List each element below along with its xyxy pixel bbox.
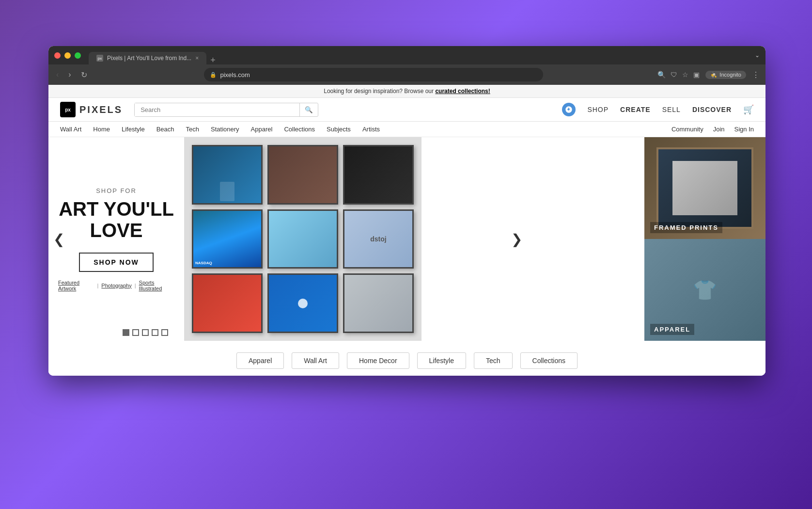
tags-section: Apparel Wall Art Home Decor Lifestyle Te… bbox=[48, 341, 765, 376]
hero-shop-for: SHOP FOR bbox=[96, 187, 137, 194]
search-input[interactable] bbox=[135, 103, 299, 116]
tag-collections[interactable]: Collections bbox=[520, 352, 578, 369]
forward-button[interactable]: › bbox=[66, 68, 73, 81]
carousel-dot-2[interactable] bbox=[132, 329, 139, 336]
art-frame-7[interactable] bbox=[192, 273, 263, 333]
logo-abbr: px bbox=[65, 107, 71, 112]
search-bar[interactable]: 🔍 bbox=[134, 103, 318, 117]
subnav-stationery[interactable]: Stationery bbox=[211, 126, 239, 133]
site-logo[interactable]: px PIXELS bbox=[60, 102, 123, 117]
tab-close-button[interactable]: × bbox=[195, 55, 199, 62]
subnav-apparel[interactable]: Apparel bbox=[251, 126, 273, 133]
browser-icons: 🔍 🛡 ☆ ▣ bbox=[657, 71, 700, 79]
carousel-prev-button[interactable]: ❮ bbox=[53, 231, 64, 247]
banner-link[interactable]: curated collections! bbox=[435, 88, 490, 95]
minimize-button[interactable] bbox=[64, 52, 71, 59]
incognito-label: Incognito bbox=[719, 72, 741, 78]
tag-home-decor[interactable]: Home Decor bbox=[347, 352, 409, 369]
sports-illustrated-link[interactable]: Sports Illustrated bbox=[139, 280, 174, 291]
carousel-dots bbox=[123, 329, 168, 336]
side-panels: FRAMED PRINTS 👕 APPAREL bbox=[644, 137, 765, 341]
nav-discover[interactable]: DISCOVER bbox=[692, 106, 732, 113]
incognito-badge: 🕵 Incognito bbox=[705, 71, 746, 79]
bell-icon bbox=[565, 106, 573, 113]
subnav-wall-art[interactable]: Wall Art bbox=[60, 126, 81, 133]
art-frame-4[interactable]: NASDAQ bbox=[192, 209, 263, 269]
subnav-home[interactable]: Home bbox=[93, 126, 110, 133]
art-frame-9[interactable] bbox=[343, 273, 414, 333]
shield-icon[interactable]: 🛡 bbox=[671, 71, 677, 79]
art-frame-6[interactable]: dstoj bbox=[343, 209, 414, 269]
hero-title-line1: ART YOU'LL bbox=[59, 198, 174, 220]
url-bar[interactable]: 🔒 pixels.com bbox=[204, 68, 543, 81]
close-button[interactable] bbox=[54, 52, 61, 59]
active-tab[interactable]: px Pixels | Art You'll Love from Ind... … bbox=[89, 52, 206, 64]
site-header: px PIXELS 🔍 SHOP CREATE SELL DISCOVER 🛒 bbox=[48, 98, 765, 122]
subnav-collections[interactable]: Collections bbox=[284, 126, 315, 133]
art-frame-3[interactable] bbox=[343, 145, 414, 205]
apparel-label: APPAREL bbox=[650, 324, 694, 335]
subnav-right: Community Join Sign In bbox=[671, 126, 754, 133]
back-button[interactable]: ‹ bbox=[54, 68, 61, 81]
top-banner: Looking for design inspiration? Browse o… bbox=[48, 85, 765, 98]
framed-prints-panel[interactable]: FRAMED PRINTS bbox=[644, 137, 765, 239]
hero-links: Featured Artwork | Photography | Sports … bbox=[58, 280, 174, 291]
carousel-dot-3[interactable] bbox=[142, 329, 149, 336]
carousel-dot-4[interactable] bbox=[152, 329, 158, 336]
nav-create[interactable]: CREATE bbox=[620, 106, 651, 113]
subnav-subjects[interactable]: Subjects bbox=[327, 126, 351, 133]
hero-title: ART YOU'LL LOVE bbox=[59, 198, 174, 241]
tag-apparel[interactable]: Apparel bbox=[236, 352, 284, 369]
nav-shop[interactable]: SHOP bbox=[587, 106, 609, 113]
website-content: Looking for design inspiration? Browse o… bbox=[48, 85, 765, 376]
hero-section: ❮ SHOP FOR ART YOU'LL LOVE SHOP NOW Feat… bbox=[48, 137, 644, 341]
titlebar-right: ⌄ bbox=[755, 52, 760, 59]
browser-menu-icon[interactable]: ⋮ bbox=[752, 70, 760, 80]
tag-tech[interactable]: Tech bbox=[474, 352, 513, 369]
tab-favicon: px bbox=[96, 55, 103, 62]
subnav-beach[interactable]: Beach bbox=[156, 126, 174, 133]
tab-title: Pixels | Art You'll Love from Ind... bbox=[107, 55, 191, 62]
subnav-tech[interactable]: Tech bbox=[186, 126, 199, 133]
art-frame-1[interactable] bbox=[192, 145, 263, 205]
reader-mode-icon[interactable]: ▣ bbox=[693, 71, 700, 79]
photography-link[interactable]: Photography bbox=[101, 283, 131, 288]
separator-1: | bbox=[97, 283, 98, 288]
bookmark-icon[interactable]: ☆ bbox=[682, 71, 688, 79]
subnav-artists[interactable]: Artists bbox=[362, 126, 380, 133]
logo-name: PIXELS bbox=[79, 104, 123, 115]
subnav: Wall Art Home Lifestyle Beach Tech Stati… bbox=[48, 122, 765, 137]
carousel-dot-1[interactable] bbox=[123, 329, 129, 336]
tag-lifestyle[interactable]: Lifestyle bbox=[417, 352, 466, 369]
carousel-next-button[interactable]: ❯ bbox=[511, 231, 522, 247]
apparel-panel[interactable]: 👕 APPAREL bbox=[644, 239, 765, 341]
subnav-community[interactable]: Community bbox=[671, 126, 703, 133]
search-icon[interactable]: 🔍 bbox=[657, 71, 666, 79]
nav-sell[interactable]: SELL bbox=[662, 106, 681, 113]
titlebar: px Pixels | Art You'll Love from Ind... … bbox=[48, 46, 765, 64]
featured-artwork-link[interactable]: Featured Artwork bbox=[58, 280, 94, 291]
art-frame-2[interactable] bbox=[267, 145, 338, 205]
new-tab-button[interactable]: + bbox=[210, 56, 216, 64]
separator-2: | bbox=[135, 283, 136, 288]
traffic-lights bbox=[54, 52, 81, 59]
notification-icon[interactable] bbox=[562, 103, 576, 116]
search-button[interactable]: 🔍 bbox=[299, 103, 318, 116]
subnav-lifestyle[interactable]: Lifestyle bbox=[122, 126, 145, 133]
art-frame-5[interactable] bbox=[267, 209, 338, 269]
subnav-join[interactable]: Join bbox=[713, 126, 725, 133]
tag-wall-art[interactable]: Wall Art bbox=[292, 352, 339, 369]
logo-icon: px bbox=[60, 102, 76, 117]
browser-window: px Pixels | Art You'll Love from Ind... … bbox=[48, 46, 765, 376]
window-expand-icon[interactable]: ⌄ bbox=[755, 52, 760, 59]
reload-button[interactable]: ↻ bbox=[79, 68, 89, 81]
art-frame-8[interactable] bbox=[267, 273, 338, 333]
hero-text: SHOP FOR ART YOU'LL LOVE SHOP NOW Featur… bbox=[48, 137, 184, 341]
art-grid: NASDAQ dstoj bbox=[184, 137, 422, 341]
cart-icon[interactable]: 🛒 bbox=[743, 104, 754, 115]
addressbar: ‹ › ↻ 🔒 pixels.com 🔍 🛡 ☆ ▣ 🕵 Incognito ⋮ bbox=[48, 64, 765, 85]
carousel-dot-5[interactable] bbox=[161, 329, 168, 336]
shop-now-button[interactable]: SHOP NOW bbox=[79, 253, 154, 272]
subnav-signin[interactable]: Sign In bbox=[734, 126, 754, 133]
maximize-button[interactable] bbox=[75, 52, 81, 59]
